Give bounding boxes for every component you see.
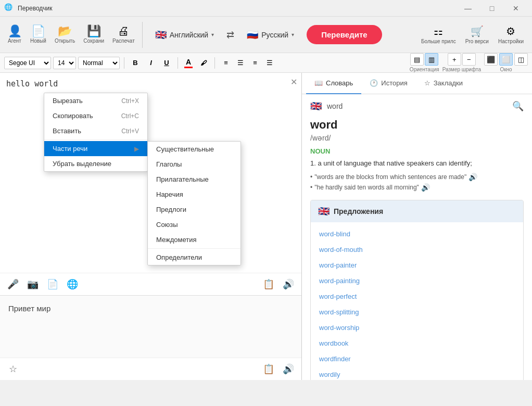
ctx-verbs[interactable]: Глаголы (148, 157, 240, 172)
font-size-select[interactable]: 14 (53, 57, 76, 69)
print-button[interactable]: 🖨 Распечат (109, 23, 138, 46)
parts-of-speech-submenu: Существительные Глаголы Прилагательные Н… (147, 141, 241, 265)
suggestion-item[interactable]: wordbook (318, 336, 516, 351)
suggestions-list: word-blindword-of-mouthword-painterword-… (311, 222, 523, 380)
alignment-group: ≡ ☰ ≡ ☰ (219, 57, 276, 69)
dict-search-button[interactable]: 🔍 (512, 100, 524, 112)
globe-button[interactable]: 🌐 (65, 276, 80, 292)
orientation-btn-1[interactable]: ▤ (410, 53, 424, 66)
dict-icon: 📖 (314, 79, 323, 87)
tab-dictionary[interactable]: 📖 Словарь (306, 73, 361, 94)
ctx-determiners[interactable]: Определители (148, 250, 240, 265)
app-icon: 🌐 (4, 3, 15, 14)
tab-history[interactable]: 🕐 История (361, 73, 415, 94)
window-mode-2-button[interactable]: ⬜ (499, 53, 513, 66)
source-language-label: Английский (170, 31, 208, 39)
ctx-conjunctions[interactable]: Союзы (148, 217, 240, 232)
camera-button[interactable]: 📷 (25, 276, 41, 292)
clear-input-button[interactable]: ✕ (290, 77, 297, 87)
font-size-label: Размер шрифта (442, 67, 481, 72)
speaker-source-button[interactable]: 🔊 (281, 276, 296, 292)
align-justify-button[interactable]: ☰ (263, 57, 276, 69)
copy-source-button[interactable]: 📋 (261, 276, 276, 292)
pro-version-button[interactable]: 🛒 Pro верси (461, 23, 493, 46)
new-button[interactable]: 📄 Новый (27, 23, 49, 46)
ctx-paste-label: Вставить (53, 127, 81, 135)
print-icon: 🖨 (118, 26, 129, 37)
align-center-button[interactable]: ☰ (234, 57, 247, 69)
ctx-nouns-label: Существительные (156, 145, 214, 153)
ctx-prepositions-label: Предлоги (156, 206, 186, 213)
target-language-label: Русский (261, 31, 288, 39)
ctx-submenu-arrow: ▶ (134, 145, 139, 153)
save-icon: 💾 (87, 26, 101, 37)
underline-button[interactable]: U (160, 57, 173, 69)
more-apps-button[interactable]: ⚏ Больше прилс (417, 23, 460, 46)
ctx-interjections[interactable]: Междометия (148, 232, 240, 247)
format-separator-1 (124, 57, 124, 69)
ctx-copy-shortcut: Ctrl+C (121, 112, 139, 120)
minimize-button[interactable]: — (456, 0, 480, 17)
play-example-2-button[interactable]: 🔊 (421, 183, 430, 192)
align-right-button[interactable]: ≡ (248, 57, 262, 69)
close-button[interactable]: ✕ (504, 0, 528, 17)
settings-button[interactable]: ⚙ Настройки (494, 23, 528, 46)
align-left-button[interactable]: ≡ (219, 57, 233, 69)
window-mode-1-button[interactable]: ⬛ (484, 53, 498, 66)
ctx-paste[interactable]: Вставить Ctrl+V (44, 123, 147, 138)
suggestion-item[interactable]: word-perfect (318, 289, 516, 304)
suggestion-item[interactable]: word-blind (318, 226, 516, 242)
suggestion-item[interactable]: word-painting (318, 273, 516, 289)
translate-button[interactable]: Переведите (307, 25, 382, 44)
highlight-button[interactable]: 🖌 (197, 57, 210, 69)
ctx-copy[interactable]: Скопировать Ctrl+C (44, 108, 147, 123)
ctx-adverbs[interactable]: Наречия (148, 187, 240, 202)
print-label: Распечат (112, 38, 135, 44)
dict-flag-icon: 🇬🇧 (310, 100, 322, 112)
dict-example-1: • "words are the blocks from which sente… (310, 173, 524, 181)
star-button[interactable]: ☆ (5, 361, 21, 377)
bookmark-icon: ☆ (424, 79, 430, 87)
mic-button[interactable]: 🎤 (5, 276, 21, 292)
suggestion-item[interactable]: word-worship (318, 320, 516, 336)
ctx-cut-label: Вырезать (53, 97, 83, 105)
suggestion-item[interactable]: wordily (318, 367, 516, 380)
speaker-output-button[interactable]: 🔊 (281, 361, 296, 377)
source-language-selector[interactable]: 🇬🇧 Английский ▾ (151, 27, 218, 43)
tab-history-label: История (381, 79, 407, 87)
window-controls: — □ ✕ (456, 0, 528, 17)
suggestion-item[interactable]: word-painter (318, 258, 516, 273)
right-panel: 📖 Словарь 🕐 История ☆ Закладки 🇬🇧 word 🔍… (302, 73, 532, 380)
ctx-parts-of-speech[interactable]: Части речи ▶ Существительные Глаголы При… (44, 141, 147, 156)
bold-button[interactable]: B (129, 57, 142, 69)
suggestion-item[interactable]: wordfinder (318, 351, 516, 367)
font-color-letter: A (186, 58, 191, 66)
maximize-button[interactable]: □ (480, 0, 504, 17)
ctx-cut[interactable]: Вырезать Ctrl+X (44, 93, 147, 108)
agent-button[interactable]: 👤 Агент (4, 23, 25, 46)
swap-languages-button[interactable]: ⇄ (222, 27, 238, 43)
open-button[interactable]: 📂 Открыть (52, 23, 78, 46)
tab-bookmarks[interactable]: ☆ Закладки (416, 73, 471, 94)
ctx-nouns[interactable]: Существительные (148, 142, 240, 157)
font-family-select[interactable]: Segoe UI (4, 57, 51, 69)
font-color-button[interactable]: A (182, 57, 195, 69)
ctx-remove-selection[interactable]: Убрать выделение (44, 156, 147, 171)
orientation-btn-2[interactable]: ▥ (425, 53, 438, 66)
ctx-adjectives[interactable]: Прилагательные (148, 172, 240, 187)
save-button[interactable]: 💾 Сохрани (80, 23, 107, 46)
document-button[interactable]: 📄 (45, 276, 60, 292)
context-menu: Вырезать Ctrl+X Скопировать Ctrl+C Встав… (44, 93, 148, 172)
play-example-1-button[interactable]: 🔊 (468, 173, 477, 181)
font-size-increase-button[interactable]: + (448, 53, 461, 66)
ctx-prepositions[interactable]: Предлоги (148, 202, 240, 217)
suggestion-item[interactable]: word-of-mouth (318, 242, 516, 258)
suggestions-header: 🇬🇧 Предложения (311, 200, 523, 222)
window-mode-3-button[interactable]: ◫ (514, 53, 528, 66)
italic-button[interactable]: I (144, 57, 158, 69)
font-style-select[interactable]: Normal (78, 57, 120, 69)
copy-output-button[interactable]: 📋 (261, 361, 276, 377)
target-language-selector[interactable]: 🇷🇺 Русский ▾ (243, 27, 298, 43)
font-size-decrease-button[interactable]: − (462, 53, 476, 66)
suggestion-item[interactable]: word-splitting (318, 304, 516, 320)
